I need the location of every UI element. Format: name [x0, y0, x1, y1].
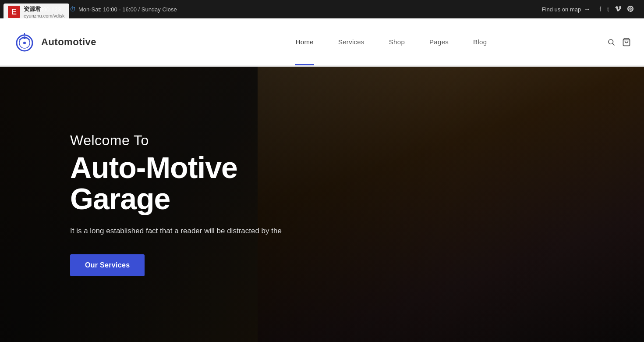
twitter-icon[interactable]: t: [607, 6, 609, 13]
arrow-right-icon: →: [584, 5, 591, 13]
watermark-text: 资源君 eyunzhu.com/vdisk: [24, 5, 65, 18]
find-us-map-link[interactable]: Find us on map →: [542, 5, 591, 13]
watermark-letter: E: [8, 6, 20, 18]
watermark: E 资源君 eyunzhu.com/vdisk: [4, 4, 69, 20]
logo-area: Automotive: [0, 31, 175, 53]
nav-item-home[interactable]: Home: [283, 18, 326, 65]
social-icons-group: f t: [599, 6, 633, 13]
search-button[interactable]: [607, 38, 615, 46]
hero-title: Auto-Motive Garage: [70, 152, 307, 215]
nav-item-blog[interactable]: Blog: [461, 18, 499, 65]
nav-right-actions: [607, 38, 644, 46]
hero-section: Welcome To Auto-Motive Garage It is a lo…: [0, 67, 644, 342]
svg-line-6: [612, 43, 614, 45]
cart-button[interactable]: [622, 38, 631, 46]
svg-point-4: [23, 42, 26, 44]
clock-icon: ⏱: [70, 6, 76, 13]
nav-menu: Home Services Shop Pages Blog: [283, 18, 499, 65]
main-nav: Home Services Shop Pages Blog: [175, 18, 607, 65]
nav-item-services[interactable]: Services: [326, 18, 377, 65]
vimeo-icon[interactable]: [615, 6, 621, 13]
pinterest-icon[interactable]: [627, 6, 633, 13]
topbar-right: Find us on map → f t: [542, 5, 633, 13]
hero-content: Welcome To Auto-Motive Garage It is a lo…: [0, 132, 307, 277]
hero-description: It is a long established fact that a rea…: [70, 225, 307, 237]
site-logo-text: Automotive: [41, 36, 96, 48]
logo-icon: [13, 31, 36, 53]
our-services-button[interactable]: Our Services: [70, 254, 145, 276]
svg-point-2: [23, 36, 26, 39]
facebook-icon[interactable]: f: [599, 6, 601, 13]
find-us-label: Find us on map: [542, 6, 581, 13]
business-hours: ⏱ Mon-Sat: 10:00 - 16:00 / Sunday Close: [70, 6, 177, 13]
topbar: (23) 4567-7890-123 ⏱ Mon-Sat: 10:00 - 16…: [0, 0, 644, 18]
nav-item-shop[interactable]: Shop: [377, 18, 417, 65]
svg-point-5: [609, 39, 613, 44]
header: Automotive Home Services Shop Pages Blog: [0, 18, 644, 67]
hero-welcome-text: Welcome To: [70, 132, 307, 149]
nav-item-pages[interactable]: Pages: [417, 18, 461, 65]
